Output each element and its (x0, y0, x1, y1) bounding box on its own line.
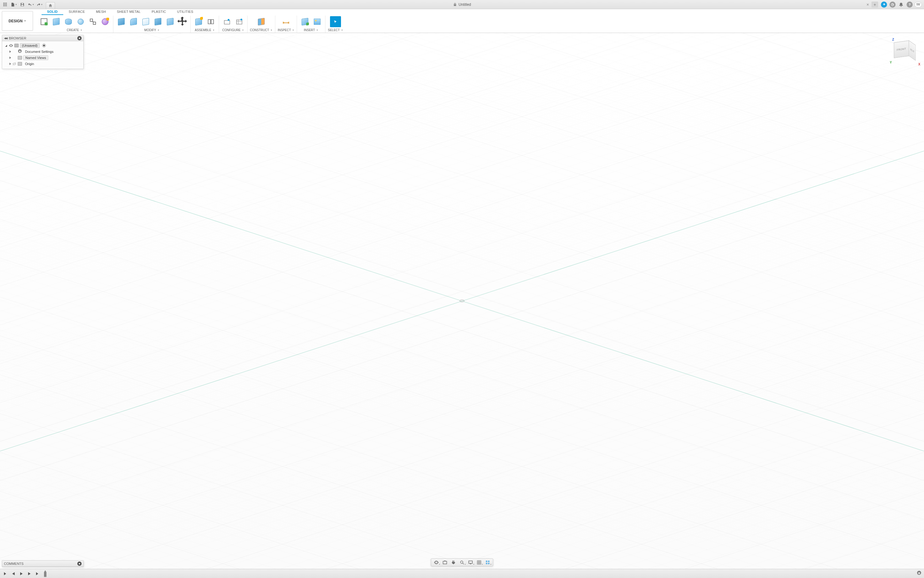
browser-collapse-icon[interactable]: ◀◀ (4, 37, 7, 40)
browser-item-named-views[interactable]: Named Views (4, 55, 83, 61)
timeline-start-button[interactable] (2, 571, 8, 577)
axis-z-label: Z (892, 38, 894, 41)
timeline-playhead[interactable] (44, 570, 46, 577)
insert-group-label[interactable]: INSERT▼ (304, 28, 318, 32)
new-file-button[interactable]: ▾ (10, 1, 18, 8)
display-icon (468, 560, 473, 565)
create-derive-button[interactable] (100, 16, 110, 27)
timeline-play-button[interactable] (18, 571, 24, 577)
apps-grid-button[interactable] (1, 1, 9, 8)
browser-item-origin[interactable]: Origin (4, 61, 83, 67)
select-button[interactable] (330, 16, 341, 27)
measure-button[interactable] (281, 16, 292, 27)
browser-panel-header[interactable]: ◀◀ BROWSER ● (2, 35, 83, 41)
grid-settings-button[interactable]: ▾ (475, 559, 483, 565)
browser-item-label: Document Settings (23, 49, 55, 54)
cylinder-icon (65, 19, 72, 25)
expand-toggle[interactable] (10, 57, 11, 59)
user-avatar[interactable]: IW (914, 1, 922, 8)
visibility-off-icon[interactable] (12, 62, 16, 66)
visibility-icon[interactable] (9, 43, 13, 48)
combine-button[interactable] (153, 16, 164, 27)
press-pull-button[interactable] (116, 16, 127, 27)
configuration-table-button[interactable] (234, 16, 245, 27)
canvas-icon (314, 19, 320, 25)
new-tab-button[interactable]: + (872, 2, 878, 8)
inspect-group-label[interactable]: INSPECT▼ (278, 28, 294, 32)
timeline-step-fwd-button[interactable] (26, 571, 32, 577)
redo-button[interactable]: ▾ (36, 1, 43, 8)
construct-group-label[interactable]: CONSTRUCT▼ (250, 28, 273, 32)
job-status-button[interactable]: ◷ (888, 1, 896, 8)
form-icon (89, 18, 96, 25)
workspace-switcher[interactable]: DESIGN ▼ (2, 11, 33, 31)
comments-expand-button[interactable]: ● (77, 562, 81, 566)
help-button[interactable]: ? (906, 1, 914, 8)
browser-options-button[interactable]: ● (77, 36, 81, 40)
notifications-button[interactable] (897, 1, 905, 8)
timeline-end-button[interactable] (34, 571, 41, 577)
zoom-button[interactable]: ▾ (458, 559, 466, 565)
browser-item-document-settings[interactable]: Document Settings (4, 49, 83, 55)
construct-plane-button[interactable] (256, 16, 267, 27)
pan-button[interactable] (450, 559, 458, 565)
close-tab-button[interactable]: × (865, 2, 871, 7)
svg-rect-12 (93, 22, 96, 24)
insert-derive-button[interactable] (299, 16, 310, 27)
look-at-button[interactable] (441, 559, 449, 565)
ribbon-group-select: SELECT▼ (325, 16, 346, 33)
fillet-button[interactable] (128, 16, 139, 27)
measure-icon (283, 19, 289, 24)
expand-toggle[interactable]: ◢ (5, 44, 8, 47)
view-cube[interactable]: Z Y X TOP FRONT RIGHT (891, 39, 919, 66)
ribbon-tab-mesh[interactable]: MESH (91, 10, 112, 15)
ribbon-tab-sheetmetal[interactable]: SHEET METAL (112, 10, 146, 15)
viewport-layout-button[interactable]: ▾ (484, 559, 492, 565)
ribbon-tab-surface[interactable]: SURFACE (63, 10, 91, 15)
save-button[interactable] (18, 1, 26, 8)
move-copy-button[interactable] (177, 16, 188, 27)
home-tab[interactable] (46, 2, 55, 9)
plane-icon (258, 18, 265, 25)
create-form-button[interactable] (88, 16, 98, 27)
modify-group-label[interactable]: MODIFY▼ (144, 28, 159, 32)
activate-radio[interactable] (42, 44, 46, 47)
viewcube-face-right[interactable]: RIGHT (909, 40, 916, 61)
assemble-group-label[interactable]: ASSEMBLE▼ (195, 28, 215, 32)
svg-rect-9 (21, 3, 23, 4)
expand-toggle[interactable] (10, 50, 11, 53)
ribbon-tab-solid[interactable]: SOLID (42, 10, 63, 15)
create-group-label[interactable]: CREATE▼ (67, 28, 83, 32)
timeline-settings-button[interactable] (917, 571, 922, 577)
browser-root-row[interactable]: ◢ (Unsaved) (4, 42, 83, 49)
orbit-button[interactable]: ▾ (432, 559, 440, 565)
align-button[interactable] (165, 16, 176, 27)
new-component-button[interactable] (193, 16, 204, 27)
create-sketch-button[interactable] (39, 16, 49, 27)
ribbon-tab-plastic[interactable]: PLASTIC (146, 10, 171, 15)
extensions-button[interactable]: ✦ (880, 1, 888, 8)
create-cylinder-button[interactable] (63, 16, 74, 27)
expand-toggle[interactable] (10, 63, 11, 65)
select-group-label[interactable]: SELECT▼ (328, 28, 343, 32)
comments-panel-header[interactable]: COMMENTS ● (2, 560, 83, 567)
ribbon-tab-utilities[interactable]: UTILITIES (171, 10, 199, 15)
create-box-button[interactable] (51, 16, 62, 27)
configure-group-label[interactable]: CONFIGURE▼ (222, 28, 244, 32)
undo-button[interactable]: ▾ (27, 1, 35, 8)
component-icon (195, 18, 202, 25)
viewport[interactable]: ◀◀ BROWSER ● ◢ (Unsaved) Document Settin… (0, 33, 924, 569)
create-sphere-button[interactable] (75, 16, 86, 27)
svg-rect-30 (443, 561, 447, 564)
ribbon-group-configure: CONFIGURE▼ (219, 16, 247, 33)
display-settings-button[interactable]: ▾ (466, 559, 474, 565)
shell-button[interactable] (140, 16, 151, 27)
timeline-step-back-button[interactable] (10, 571, 16, 577)
svg-rect-4 (5, 4, 5, 5)
insert-canvas-button[interactable] (312, 16, 323, 27)
view-cube-3d[interactable]: TOP FRONT RIGHT (897, 43, 912, 60)
joint-button[interactable] (205, 16, 216, 27)
viewcube-face-front[interactable]: FRONT (894, 40, 909, 58)
configure-button[interactable] (221, 16, 232, 27)
svg-point-21 (240, 19, 242, 21)
